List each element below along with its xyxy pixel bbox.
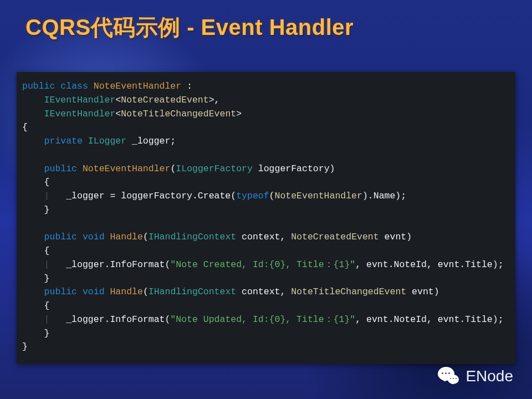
footer: ENode [437,365,513,388]
code-line: public class NoteEventHandler : [22,80,510,94]
code-line: { [22,244,510,258]
code-line: private ILogger _logger; [22,135,510,149]
code-line: public void Handle(IHandlingContext cont… [22,285,510,299]
code-line: public void Handle(IHandlingContext cont… [22,231,510,244]
code-line: } [22,203,510,217]
code-line: | _logger = loggerFactory.Create(typeof(… [22,190,510,203]
slide: CQRS代码示例 - Event Handler public class No… [0,0,532,399]
code-line: IEventHandler<NoteTitleChangedEvent> [22,108,510,121]
code-line: { [22,121,510,135]
code-line: } [22,340,510,354]
code-line: public NoteEventHandler(ILoggerFactory l… [22,162,510,176]
slide-title: CQRS代码示例 - Event Handler [25,12,354,43]
code-line: | _logger.InfoFormat("Note Created, Id:{… [22,258,510,272]
code-line [22,149,510,162]
code-line [22,217,510,231]
footer-label: ENode [466,367,513,385]
code-line: { [22,176,510,190]
chat-bubbles-icon [437,365,460,388]
code-line: } [22,327,510,341]
code-line: | _logger.InfoFormat("Note Updated, Id:{… [22,313,510,327]
code-line: } [22,272,510,286]
code-block: public class NoteEventHandler : IEventHa… [17,72,515,364]
code-line: { [22,299,510,313]
code-line: IEventHandler<NoteCreatedEvent>, [22,94,510,108]
